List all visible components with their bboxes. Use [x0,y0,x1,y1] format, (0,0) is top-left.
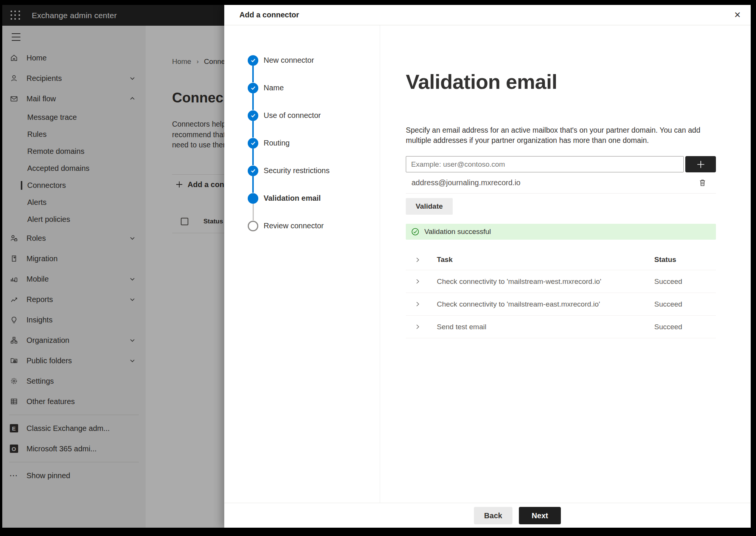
expand-row-chevron-icon[interactable] [406,279,421,284]
validation-task-table: Task Status Check connectivity to 'mails… [406,249,716,338]
step-content: Validation email Specify an email addres… [380,25,751,503]
expand-row-chevron-icon[interactable] [406,324,421,330]
step-check-icon [248,138,258,149]
email-address-input[interactable] [406,156,684,172]
success-check-icon [411,228,419,236]
panel-header: Add a connector ✕ [224,5,751,25]
step-use-of-connector[interactable]: Use of connector [248,102,380,129]
success-message: Validation successful [424,228,491,236]
status-cell: Succeed [654,277,716,286]
step-check-icon [248,83,258,93]
table-row: Send test email Succeed [406,316,716,338]
step-check-icon [248,55,258,66]
add-connector-panel: Add a connector ✕ New connector Name [224,5,751,528]
task-cell: Check connectivity to 'mailstream-west.m… [437,277,654,286]
validation-success-banner: Validation successful [406,224,716,240]
step-check-icon [248,110,258,121]
expand-all-chevron-icon[interactable] [406,257,421,263]
step-todo-icon [248,221,258,231]
address-list-item: address@journaling.mxrecord.io [406,172,716,194]
table-row: Check connectivity to 'mailstream-west.m… [406,270,716,293]
step-validation-email[interactable]: Validation email [248,184,380,212]
add-email-button[interactable] [685,156,716,172]
expand-row-chevron-icon[interactable] [406,301,421,307]
step-security-restrictions[interactable]: Security restrictions [248,157,380,184]
table-header-row: Task Status [406,249,716,270]
content-description: Specify an email address for an active m… [406,125,716,146]
task-cell: Send test email [437,323,654,331]
validate-button[interactable]: Validate [406,198,453,215]
step-review-connector[interactable]: Review connector [248,212,380,240]
next-button[interactable]: Next [519,507,561,524]
delete-address-button[interactable] [697,178,708,188]
step-check-icon [248,166,258,176]
screen: Exchange admin center Home Recipients Ma… [0,0,756,536]
panel-title: Add a connector [239,11,299,19]
task-column-header: Task [437,256,654,264]
step-current-icon [248,193,258,204]
status-cell: Succeed [654,300,716,308]
table-row: Check connectivity to 'mailstream-east.m… [406,293,716,316]
step-name[interactable]: Name [248,74,380,102]
close-icon[interactable]: ✕ [732,9,743,21]
task-cell: Check connectivity to 'mailstream-east.m… [437,300,654,308]
wizard-steps: New connector Name Use of connector [224,25,380,503]
content-heading: Validation email [406,70,716,93]
step-routing[interactable]: Routing [248,129,380,157]
status-column-header: Status [654,256,716,264]
back-button[interactable]: Back [474,507,512,524]
step-new-connector[interactable]: New connector [248,46,380,74]
panel-footer: Back Next [224,503,751,528]
address-email: address@journaling.mxrecord.io [411,178,520,187]
status-cell: Succeed [654,323,716,331]
plus-icon [696,160,706,169]
trash-icon [698,178,707,187]
